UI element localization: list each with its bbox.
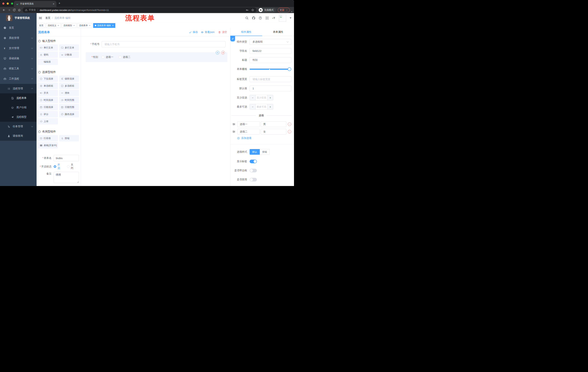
sidebar-item-user-group[interactable]: 用户分组	[0, 103, 37, 112]
radio-on-label[interactable]: 开启	[57, 163, 61, 170]
default-value-input[interactable]	[250, 85, 291, 91]
sidebar-item-system[interactable]: 系统管理	[0, 33, 37, 43]
gender-field-selected[interactable]: *性别 选项一 选项二	[86, 52, 227, 62]
sidebar-item-devtools[interactable]: 研发工具	[0, 64, 37, 74]
slider-handle[interactable]	[288, 67, 291, 71]
clear-button[interactable]: 清空	[218, 31, 227, 34]
border-toggle[interactable]	[250, 169, 257, 172]
chip-single-text[interactable]: 单行文本	[38, 44, 58, 51]
tag-close-icon[interactable]: ✕	[112, 24, 114, 27]
chip-rate[interactable]: 评分	[38, 111, 58, 117]
phone-field-row[interactable]: *手机号	[86, 41, 227, 47]
option1-text-input[interactable]	[237, 121, 260, 127]
radio-off[interactable]	[67, 165, 70, 168]
phone-field-input[interactable]	[102, 41, 226, 47]
sidebar-item-workflow[interactable]: 工作流程	[0, 74, 37, 84]
max-select-placeholder[interactable]: 最多可选	[256, 104, 267, 109]
style-button-button[interactable]: 按钮	[260, 149, 270, 155]
new-tab-button[interactable]: +	[59, 2, 60, 5]
view-json-button[interactable]: 查看json	[201, 31, 214, 34]
chip-time-range[interactable]: 时间范围	[59, 97, 79, 103]
gender-option1-checkbox[interactable]	[102, 56, 104, 58]
min-select-placeholder[interactable]: 至少应选	[256, 95, 267, 100]
chip-radio-group[interactable]: 单选框组	[38, 83, 58, 89]
disabled-toggle[interactable]	[250, 178, 257, 181]
sidebar-item-leave-query[interactable]: 请假查询	[0, 131, 37, 141]
chip-switch[interactable]: 开关	[38, 90, 58, 96]
stepper-minus-button[interactable]: −	[250, 104, 256, 109]
github-icon[interactable]	[252, 16, 255, 20]
remove-option-button[interactable]: −	[288, 122, 291, 126]
browser-tab[interactable]: 芋道管理系统 ✕	[14, 1, 56, 7]
chip-multi-text[interactable]: 多行文本	[59, 44, 79, 51]
tag-close-icon[interactable]: ✕	[89, 24, 90, 27]
chip-date-range[interactable]: 日期范围	[59, 104, 79, 110]
sidebar-item-task-manage[interactable]: 任务管理	[0, 122, 37, 131]
title-input[interactable]	[250, 57, 291, 63]
chip-dropdown[interactable]: 下拉选择	[38, 75, 58, 82]
tag-close-icon[interactable]: ✕	[73, 24, 75, 27]
chip-cascade[interactable]: 级联选择	[59, 75, 79, 82]
reload-icon[interactable]	[13, 9, 16, 11]
radio-off-label[interactable]: 关闭	[71, 163, 74, 170]
mac-zoom-button[interactable]	[11, 2, 13, 5]
back-icon[interactable]	[2, 9, 5, 11]
chip-time-picker[interactable]: 时间选择	[38, 97, 58, 103]
chip-row-container[interactable]: 行容器	[38, 135, 58, 141]
font-size-icon[interactable]: TT	[272, 16, 275, 20]
breadcrumb-home[interactable]: 首页	[45, 16, 50, 20]
tab-form-props[interactable]: 表单属性	[262, 28, 294, 36]
stepper-minus-button[interactable]: −	[250, 95, 256, 100]
gender-option2-checkbox[interactable]	[119, 56, 121, 58]
sidebar-item-flow-manage[interactable]: 流程管理	[0, 84, 37, 93]
browser-menu-dots-icon[interactable]	[286, 9, 288, 11]
address-bar[interactable]: 不安全 dashboard.yudao.iocoder.cn/bpm/manag…	[22, 8, 257, 12]
sidebar-item-infra[interactable]: 基础设施	[0, 53, 37, 64]
option1-value-input[interactable]	[261, 121, 286, 127]
add-option-button[interactable]: 添加选项	[237, 137, 294, 140]
sidebar-item-home[interactable]: 首页	[0, 23, 37, 33]
home-icon[interactable]	[18, 9, 21, 11]
tag-flow-definition[interactable]: 流程定义✕	[46, 23, 61, 28]
drag-handle-icon[interactable]	[230, 123, 237, 126]
drawer-link-handle[interactable]	[230, 36, 235, 41]
sidebar-item-payment[interactable]: ¥ 支付管理	[0, 43, 37, 53]
option2-text-input[interactable]	[237, 129, 260, 135]
chip-table-dev[interactable]: 表格[开发中]	[38, 142, 58, 149]
radio-on[interactable]	[54, 165, 56, 168]
option2-value-input[interactable]	[261, 129, 286, 135]
tab-component-props[interactable]: 组件属性	[230, 28, 262, 36]
bookmark-star-icon[interactable]	[251, 9, 254, 11]
chip-button[interactable]: 按钮	[59, 135, 79, 141]
tag-flow-model[interactable]: 流程模型✕	[62, 23, 76, 28]
delete-component-button[interactable]	[221, 51, 225, 54]
gender-option1-label[interactable]: 选项一	[106, 55, 113, 59]
not-secure-icon[interactable]	[25, 9, 28, 11]
sidebar-item-flow-form[interactable]: 流程表单	[0, 93, 37, 103]
label-width-input[interactable]	[250, 76, 291, 82]
tag-home[interactable]: 首页	[37, 23, 45, 28]
window-caret-icon[interactable]: ▼	[291, 11, 293, 13]
browser-update-button[interactable]: 更新	[278, 8, 290, 12]
stepper-plus-button[interactable]: +	[267, 104, 273, 109]
search-icon[interactable]	[245, 16, 249, 20]
security-label[interactable]: 不安全	[29, 8, 36, 12]
chip-password[interactable]: 密码	[38, 52, 58, 58]
chip-checkbox-group[interactable]: 多选框组	[59, 83, 79, 89]
help-icon[interactable]	[259, 16, 262, 20]
remove-option-button[interactable]: −	[288, 130, 291, 133]
mac-close-button[interactable]	[2, 2, 4, 5]
fullscreen-icon[interactable]	[265, 16, 269, 20]
copy-component-button[interactable]	[216, 51, 220, 54]
stepper-plus-button[interactable]: +	[267, 95, 273, 100]
tag-close-icon[interactable]: ✕	[57, 24, 59, 27]
gender-option2-label[interactable]: 选项二	[123, 55, 130, 59]
tab-close-icon[interactable]: ✕	[52, 2, 55, 5]
tag-flow-form[interactable]: 流程表单✕	[77, 23, 92, 28]
field-name-input[interactable]	[250, 48, 291, 54]
save-button[interactable]: 保存	[189, 31, 198, 34]
password-key-icon[interactable]	[246, 9, 249, 11]
chip-upload[interactable]: 上传	[38, 118, 58, 125]
chip-slider[interactable]: 滑块	[59, 90, 79, 96]
avatar[interactable]	[279, 14, 286, 22]
